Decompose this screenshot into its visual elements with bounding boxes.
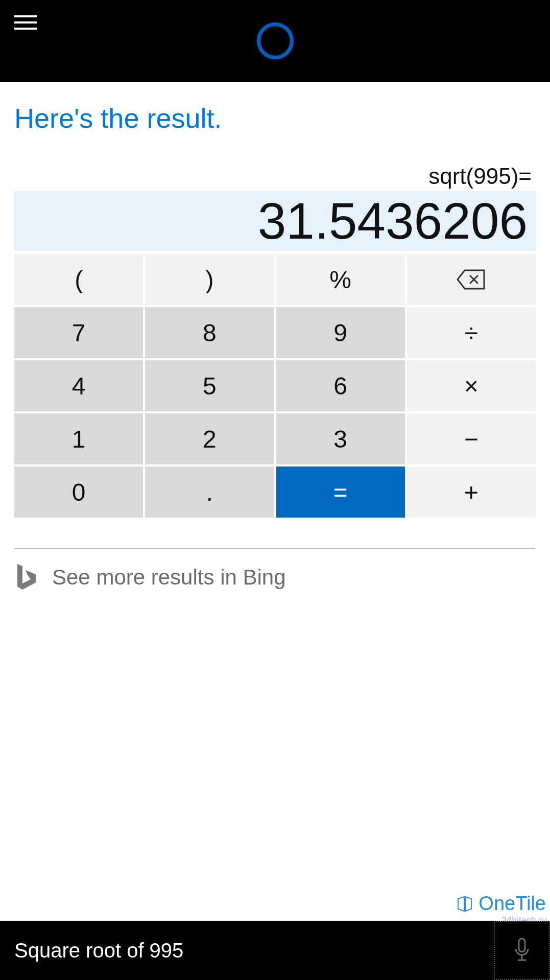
hamburger-menu-button[interactable] bbox=[14, 15, 37, 30]
key-plus[interactable]: + bbox=[407, 466, 536, 518]
key-8[interactable]: 8 bbox=[145, 307, 274, 358]
key-decimal[interactable]: . bbox=[145, 466, 274, 518]
key-backspace[interactable] bbox=[407, 254, 536, 305]
onetile-icon bbox=[454, 894, 474, 914]
key-multiply[interactable]: × bbox=[407, 360, 536, 411]
key-4[interactable]: 4 bbox=[14, 360, 143, 411]
key-6[interactable]: 6 bbox=[276, 360, 405, 411]
query-text[interactable]: Square root of 995 bbox=[14, 939, 183, 962]
bing-icon bbox=[14, 563, 38, 592]
key-9[interactable]: 9 bbox=[276, 307, 405, 358]
key-minus[interactable]: − bbox=[407, 413, 536, 464]
key-2[interactable]: 2 bbox=[145, 413, 274, 464]
key-paren-open[interactable]: ( bbox=[14, 254, 143, 305]
key-divide[interactable]: ÷ bbox=[407, 307, 536, 358]
svg-rect-2 bbox=[519, 939, 525, 952]
calculator-card: sqrt(995)= 31.5436206 ( ) % bbox=[0, 164, 550, 520]
key-1[interactable]: 1 bbox=[14, 413, 143, 464]
content-area: Here's the result. sqrt(995)= 31.5436206… bbox=[0, 82, 550, 921]
microphone-icon bbox=[513, 937, 531, 964]
onetile-label: OneTile bbox=[479, 893, 546, 915]
app-header bbox=[0, 0, 550, 82]
key-equals[interactable]: = bbox=[276, 466, 405, 518]
bing-more-results-link[interactable]: See more results in Bing bbox=[0, 549, 550, 606]
key-7[interactable]: 7 bbox=[14, 307, 143, 358]
calculator-keypad: ( ) % 7 8 9 ÷ bbox=[14, 254, 536, 518]
key-3[interactable]: 3 bbox=[276, 413, 405, 464]
key-5[interactable]: 5 bbox=[145, 360, 274, 411]
microphone-button[interactable] bbox=[494, 921, 550, 980]
query-footer: Square root of 995 bbox=[0, 921, 550, 980]
key-0[interactable]: 0 bbox=[14, 466, 143, 518]
onetile-watermark: OneTile bbox=[454, 893, 546, 915]
key-percent[interactable]: % bbox=[276, 254, 405, 305]
cortana-ring-icon[interactable] bbox=[257, 22, 294, 59]
calculator-expression: sqrt(995)= bbox=[14, 164, 536, 191]
backspace-icon bbox=[457, 269, 486, 290]
key-paren-close[interactable]: ) bbox=[145, 254, 274, 305]
calculator-display: 31.5436206 bbox=[14, 191, 536, 251]
result-headline: Here's the result. bbox=[0, 82, 550, 144]
bing-link-label: See more results in Bing bbox=[52, 565, 286, 590]
